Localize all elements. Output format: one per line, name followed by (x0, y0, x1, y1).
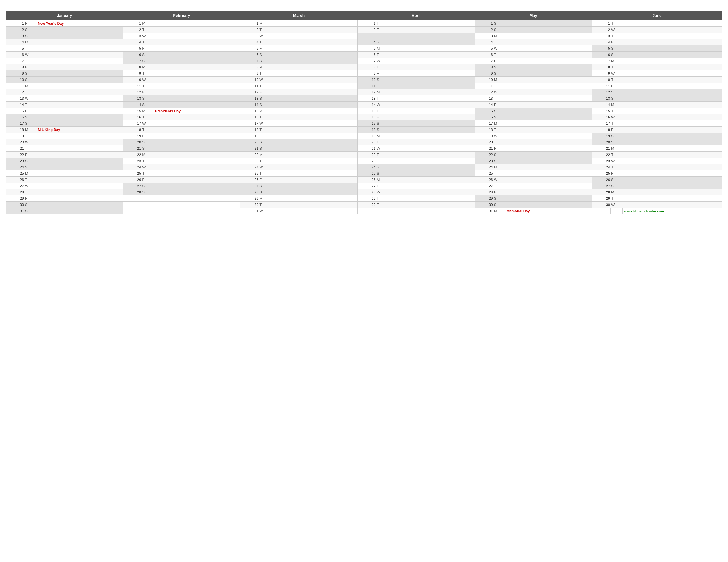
table-row: 15F15MPresidents Day15M15T15S15T (6, 108, 722, 114)
day-number: 14 (6, 102, 24, 108)
holiday-cell (271, 39, 357, 45)
day-num-text: 27 (254, 184, 258, 188)
holiday-cell (271, 89, 357, 96)
day-number: 18 (6, 127, 24, 133)
holiday-cell: M L King Day (37, 127, 123, 133)
day-num-text: 10 (137, 78, 141, 82)
day-letter-text: T (25, 59, 27, 63)
day-num-text: 21 (254, 147, 258, 151)
holiday-cell (506, 171, 592, 177)
day-letter: S (493, 152, 506, 158)
day-number: 5 (592, 45, 611, 52)
day-num-text: 24 (137, 165, 141, 169)
holiday-cell (623, 39, 722, 45)
day-letter-text: F (25, 65, 27, 69)
day-letter-text: S (494, 109, 497, 113)
holiday-cell (388, 33, 475, 39)
day-letter-text: W (494, 134, 497, 138)
day-number: 14 (475, 102, 493, 108)
day-letter: M (259, 20, 271, 27)
day-num-text: 8 (256, 65, 258, 69)
table-row: 7T7S7S7W7F7M (6, 58, 722, 64)
day-number: 19 (475, 133, 493, 139)
day-letter: S (24, 33, 37, 39)
day-number: 18 (123, 127, 142, 133)
day-letter: W (259, 121, 271, 127)
day-letter: F (24, 64, 37, 71)
day-letter: S (259, 102, 271, 108)
day-num-text: 23 (489, 159, 493, 163)
day-num-text: 10 (606, 78, 610, 82)
day-number: 6 (475, 52, 493, 58)
day-num-text: 10 (489, 78, 493, 82)
day-letter-text: S (377, 34, 379, 38)
day-num-text: 3 (608, 34, 610, 38)
holiday-cell (506, 146, 592, 152)
day-number: 17 (357, 121, 376, 127)
day-letter: S (376, 171, 388, 177)
day-letter: S (376, 39, 388, 45)
day-letter-text: W (494, 178, 497, 182)
day-number: 6 (592, 52, 611, 58)
day-letter-text: W (611, 203, 615, 207)
day-number: 11 (123, 83, 142, 89)
day-letter-text: W (142, 121, 146, 126)
day-num-text: 6 (608, 53, 610, 57)
day-letter: T (493, 96, 506, 102)
day-num-text: 1 (22, 22, 24, 26)
day-letter (142, 196, 154, 202)
day-letter: T (259, 127, 271, 133)
holiday-cell (271, 114, 357, 121)
day-letter-text: W (377, 190, 380, 194)
holiday-cell (271, 196, 357, 202)
holiday-cell (271, 77, 357, 83)
holiday-cell (388, 158, 475, 164)
day-num-text: 16 (20, 115, 24, 119)
day-number: 15 (123, 108, 142, 114)
table-row: 17S17W17W17S17M17T (6, 121, 722, 127)
holiday-cell (154, 52, 240, 58)
day-letter: F (24, 20, 37, 27)
holiday-cell (388, 127, 475, 133)
day-number: 24 (240, 164, 259, 171)
holiday-text: Memorial Day (507, 209, 530, 213)
holiday-cell (154, 171, 240, 177)
day-letter: T (24, 189, 37, 196)
day-num-text: 20 (489, 140, 493, 144)
day-letter-text: W (611, 71, 615, 76)
day-letter: S (259, 146, 271, 152)
holiday-cell (37, 39, 123, 45)
day-letter: S (142, 102, 154, 108)
day-letter-text: S (611, 184, 614, 188)
day-letter-text: S (377, 40, 379, 44)
day-letter-text: W (494, 46, 497, 51)
holiday-cell (154, 164, 240, 171)
holiday-cell (37, 114, 123, 121)
day-letter: S (142, 96, 154, 102)
day-num-text: 2 (374, 28, 376, 32)
holiday-cell (37, 152, 123, 158)
day-number: 19 (123, 133, 142, 139)
holiday-cell (271, 121, 357, 127)
day-letter-text: T (377, 153, 379, 157)
day-num-text: 12 (254, 90, 258, 94)
day-letter-text: T (494, 40, 496, 44)
day-letter: W (24, 52, 37, 58)
day-number: 16 (592, 114, 611, 121)
day-letter: W (493, 89, 506, 96)
holiday-cell (154, 58, 240, 64)
day-letter: W (142, 77, 154, 83)
holiday-cell (388, 83, 475, 89)
day-num-text: 16 (137, 115, 141, 119)
day-letter: T (142, 114, 154, 121)
day-letter-text: T (377, 96, 379, 101)
day-num-text: 1 (491, 22, 493, 26)
day-num-text: 28 (606, 190, 610, 194)
day-num-text: 9 (608, 72, 610, 76)
day-letter-text: T (259, 159, 262, 163)
day-number: 4 (240, 39, 259, 45)
day-num-text: 8 (608, 65, 610, 69)
day-letter: W (376, 58, 388, 64)
day-number: 4 (6, 39, 24, 45)
day-letter: T (24, 177, 37, 183)
